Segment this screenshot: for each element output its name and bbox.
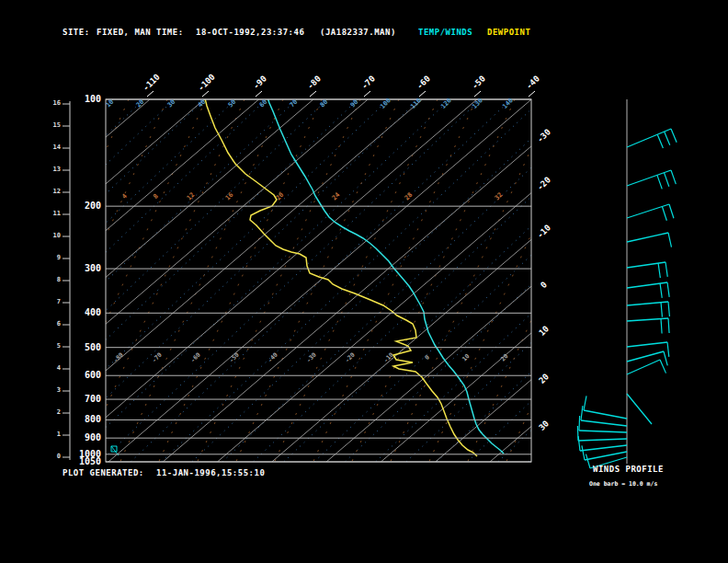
height-km-label: 12 xyxy=(50,189,61,195)
plot-generated-value: 11-JAN-1996,15:55:10 xyxy=(156,469,265,477)
time-label: TIME: xyxy=(156,29,184,37)
pressure-label: 900 xyxy=(77,433,101,442)
plot-interior xyxy=(0,95,728,462)
height-km-label: 3 xyxy=(50,387,61,394)
legend-temp-winds: TEMP/WINDS xyxy=(418,29,472,37)
site-value: FIXED, MAN xyxy=(97,29,151,37)
height-km-label: 11 xyxy=(50,211,61,217)
height-km-label: 8 xyxy=(50,277,61,283)
height-km-label: 9 xyxy=(50,255,61,261)
legend-dewpoint: DEWPOINT xyxy=(487,29,530,37)
winds-profile-title: WINDS PROFILE xyxy=(593,465,664,474)
height-km-label: 13 xyxy=(50,167,61,173)
pressure-label: 300 xyxy=(77,264,101,273)
plot-generated-label: PLOT GENERATED: xyxy=(63,469,144,477)
height-km-label: 4 xyxy=(50,365,61,372)
skewt-screen: SITE: FIXED, MAN TIME: 18-OCT-1992,23:37… xyxy=(0,0,728,563)
height-km-label: 7 xyxy=(50,299,61,305)
pressure-label: 1050 xyxy=(77,457,101,466)
dewpoint-curve xyxy=(204,95,477,456)
height-km-label: 1 xyxy=(50,431,61,438)
pressure-label: 100 xyxy=(77,95,101,104)
height-km-label: 16 xyxy=(50,100,61,107)
height-km-label: 2 xyxy=(50,409,61,416)
height-km-label: 14 xyxy=(50,144,61,151)
pressure-label: 800 xyxy=(77,415,101,424)
site-label: SITE: xyxy=(63,29,90,37)
pressure-label: 400 xyxy=(77,308,101,317)
winds-scale-note: One barb = 10.0 m/s xyxy=(589,481,657,488)
pressure-label: 700 xyxy=(77,395,101,404)
height-km-label: 0 xyxy=(50,454,61,460)
pressure-label: 500 xyxy=(77,343,101,352)
file-id: (JA182337.MAN) xyxy=(320,29,396,37)
time-value: 18-OCT-1992,23:37:46 xyxy=(196,29,304,37)
height-km-label: 5 xyxy=(50,343,61,350)
pressure-label: 600 xyxy=(77,371,101,380)
pressure-label: 200 xyxy=(77,201,101,211)
height-km-label: 10 xyxy=(50,233,61,239)
height-km-label: 15 xyxy=(50,122,61,129)
height-km-label: 6 xyxy=(50,321,61,327)
